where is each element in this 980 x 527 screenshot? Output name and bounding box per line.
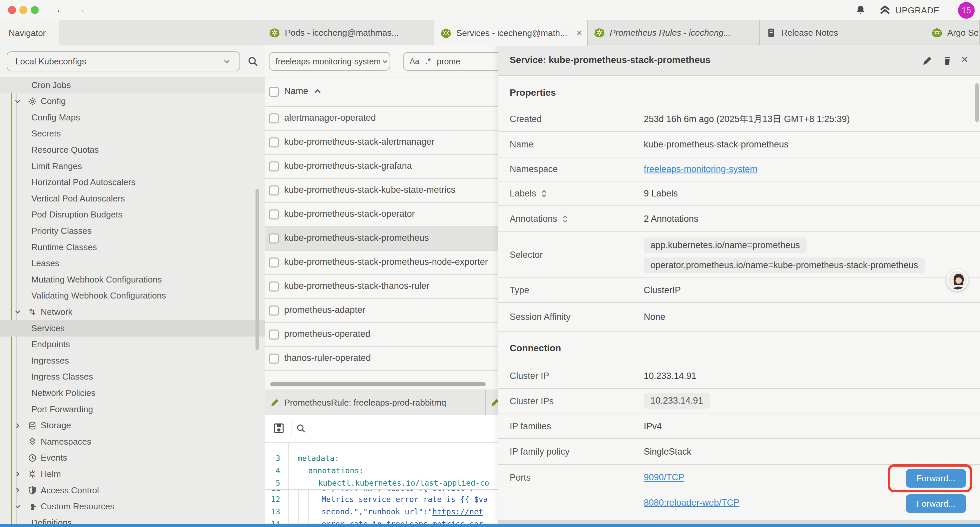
sidebar-item-ingress-classes[interactable]: Ingress Classes (0, 369, 265, 385)
bell-icon[interactable] (855, 5, 866, 15)
edit-pencil-icon[interactable] (922, 56, 932, 66)
sidebar-item-limit-ranges[interactable]: Limit Ranges (0, 158, 265, 174)
yaml-editor[interactable]: 3metadata:4annotations:5kubectl.kubernet… (265, 443, 498, 524)
sidebar-item-port-forwarding[interactable]: Port Forwarding (0, 401, 265, 417)
chevron-down-icon[interactable] (14, 308, 21, 315)
chevron-right-icon[interactable] (14, 470, 21, 478)
chevron-right-icon[interactable] (14, 487, 21, 494)
back-arrow-icon[interactable]: ← (56, 3, 67, 16)
table-row[interactable]: kube-prometheus-stack-grafana (265, 155, 498, 179)
row-checkbox[interactable] (269, 137, 279, 147)
table-row[interactable]: kube-prometheus-stack-kube-state-metrics (265, 179, 498, 203)
row-checkbox[interactable] (269, 306, 279, 315)
sidebar-item-horizontal-pod-autoscalers[interactable]: Horizontal Pod Autoscalers (0, 174, 265, 191)
sidebar-item-events[interactable]: Events (0, 450, 265, 466)
sort-updown-icon[interactable] (541, 189, 547, 198)
chevron-down-icon[interactable] (14, 503, 21, 510)
avatar[interactable] (947, 269, 968, 291)
table-row[interactable]: kube-prometheus-stack-thanos-ruler (265, 275, 498, 299)
sidebar-item-ingresses[interactable]: Ingresses (0, 352, 265, 369)
chevron-down-icon[interactable] (14, 98, 21, 105)
delete-trash-icon[interactable] (942, 56, 953, 66)
sidebar-item-storage[interactable]: Storage (0, 417, 265, 434)
editor-tab-prometheusrule[interactable]: PrometheusRule: freeleaps-prod-rabbitmq (265, 390, 486, 415)
close-icon[interactable]: × (577, 28, 582, 38)
search-icon[interactable] (247, 56, 259, 67)
code-line[interactable]: 3metadata: (265, 452, 498, 465)
sort-ascending-icon[interactable] (313, 88, 321, 95)
kubeconfig-select[interactable]: Local Kubeconfigs (7, 51, 240, 72)
search-icon[interactable] (296, 423, 306, 434)
sidebar-item-config[interactable]: Config (0, 93, 265, 110)
tab-2[interactable]: Services - icecheng@math...× (434, 20, 588, 46)
table-row[interactable]: kube-prometheus-stack-alertmanager (265, 131, 498, 155)
sidebar-item-vertical-pod-autoscalers[interactable]: Vertical Pod Autoscalers (0, 190, 265, 207)
notifications-badge[interactable]: 15 (958, 2, 975, 19)
sidebar-item-network-policies[interactable]: Network Policies (0, 385, 265, 401)
code-line[interactable]: 14error rate in freeleaps metrics ser (265, 518, 498, 524)
upgrade-label[interactable]: UPGRADE (895, 5, 940, 16)
code-line[interactable]: 12Metrics service error rate is {{ $va (265, 493, 498, 506)
sidebar-item-runtime-classes[interactable]: Runtime Classes (0, 239, 265, 255)
table-row[interactable]: kube-prometheus-stack-prometheus-node-ex… (265, 251, 498, 275)
namespace-select[interactable]: freeleaps-monitoring-system (269, 52, 390, 71)
tab-1[interactable]: Pods - icecheng@mathmas... (263, 20, 434, 45)
sidebar-item-namespaces[interactable]: Namespaces (0, 433, 265, 450)
close-traffic-light[interactable] (8, 6, 16, 14)
sidebar-scrollbar[interactable] (256, 189, 259, 350)
sidebar-item-access-control[interactable]: Access Control (0, 482, 265, 498)
row-checkbox[interactable] (269, 113, 279, 123)
sidebar-item-resource-quotas[interactable]: Resource Quotas (0, 142, 265, 158)
row-checkbox[interactable] (269, 209, 279, 220)
forward-arrow-icon[interactable]: → (75, 3, 86, 16)
row-checkbox[interactable] (269, 185, 279, 196)
table-row[interactable]: kube-prometheus-stack-operator (265, 203, 498, 227)
sidebar-item-pod-disruption-budgets[interactable]: Pod Disruption Budgets (0, 207, 265, 223)
table-row[interactable]: prometheus-adapter (265, 299, 498, 323)
minimize-traffic-light[interactable] (19, 6, 27, 14)
row-checkbox[interactable] (269, 258, 279, 267)
sidebar-item-services[interactable]: Services (0, 320, 265, 336)
tab-5[interactable]: Argo Se (925, 20, 980, 45)
tab-3[interactable]: Prometheus Rules - icecheng... (588, 20, 760, 45)
code-link[interactable]: https://net (432, 507, 483, 516)
port-link[interactable]: 9090/TCP (644, 472, 684, 482)
sidebar-item-priority-classes[interactable]: Priority Classes (0, 223, 265, 239)
sidebar-item-config-maps[interactable]: Config Maps (0, 109, 265, 126)
table-row[interactable]: alertmanager-operated (265, 107, 498, 131)
sidebar-item-definitions[interactable]: Definitions (0, 514, 265, 524)
tab-navigator[interactable]: Navigator (0, 20, 59, 46)
sidebar-item-secrets[interactable]: Secrets (0, 126, 265, 142)
sidebar-item-endpoints[interactable]: Endpoints (0, 336, 265, 353)
sidebar-item-validating-webhook-configurations[interactable]: Validating Webhook Configurations (0, 288, 265, 304)
namespace-link[interactable]: freeleaps-monitoring-system (644, 164, 757, 174)
editor-tab-clipped[interactable] (486, 390, 498, 415)
sidebar-item-helm[interactable]: Helm (0, 466, 265, 482)
detail-scrollbar[interactable] (975, 83, 978, 122)
horizontal-scrollbar[interactable] (270, 382, 486, 386)
forward-button[interactable]: Forward... (906, 494, 966, 513)
row-checkbox[interactable] (269, 161, 279, 172)
chevron-right-icon[interactable] (14, 422, 21, 429)
code-line[interactable]: 13second.","runbook_url":"https://net (265, 506, 498, 518)
code-line[interactable]: 5kubectl.kubernetes.io/last-applied-co (265, 477, 498, 489)
name-column-header[interactable]: Name (284, 86, 308, 96)
row-checkbox[interactable] (269, 234, 279, 244)
row-checkbox[interactable] (269, 353, 279, 363)
sidebar-item-cron-jobs[interactable]: Cron Jobs (0, 77, 265, 93)
code-line[interactable]: 4annotations: (265, 465, 498, 477)
row-checkbox[interactable] (269, 330, 279, 339)
sidebar-item-leases[interactable]: Leases (0, 255, 265, 272)
row-checkbox[interactable] (269, 282, 279, 291)
regex-toggle[interactable]: .* (425, 57, 431, 66)
table-row[interactable]: prometheus-operated (265, 323, 498, 347)
maximize-traffic-light[interactable] (31, 6, 39, 14)
port-link[interactable]: 8080:reloader-web/TCP (644, 498, 740, 508)
sidebar-item-custom-resources[interactable]: Custom Resources (0, 498, 265, 515)
upgrade-icon[interactable] (879, 5, 891, 16)
tab-4[interactable]: Release Notes (760, 20, 925, 45)
save-icon[interactable] (273, 422, 285, 434)
search-input[interactable]: Aa .* prome (403, 52, 498, 71)
sidebar-item-mutating-webhook-configurations[interactable]: Mutating Webhook Configurations (0, 271, 265, 288)
table-row[interactable]: kube-prometheus-stack-prometheus (265, 227, 498, 251)
